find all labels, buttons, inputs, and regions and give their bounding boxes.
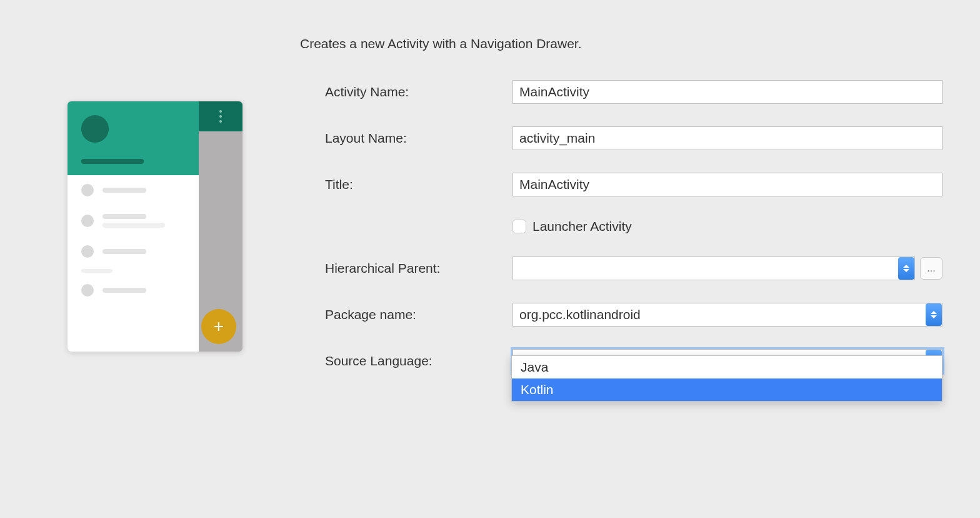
package-name-value: org.pcc.kotlinandroid xyxy=(519,307,641,322)
package-name-combo[interactable]: org.pcc.kotlinandroid xyxy=(512,303,942,327)
launcher-activity-label: Launcher Activity xyxy=(532,219,632,234)
preview-drawer-header xyxy=(68,101,199,175)
source-language-option-java[interactable]: Java xyxy=(512,356,942,378)
dropdown-stepper-icon xyxy=(898,257,914,280)
layout-name-label: Layout Name: xyxy=(325,131,512,146)
hierarchical-parent-label: Hierarchical Parent: xyxy=(325,261,512,276)
hierarchical-parent-combo[interactable] xyxy=(512,256,915,280)
package-name-label: Package name: xyxy=(325,307,512,322)
source-language-dropdown: Java Kotlin xyxy=(511,355,942,402)
preview-separator xyxy=(81,269,112,273)
wizard-description: Creates a new Activity with a Navigation… xyxy=(300,36,582,51)
dropdown-stepper-icon xyxy=(926,303,942,326)
launcher-activity-checkbox[interactable] xyxy=(512,220,526,233)
preview-name-placeholder xyxy=(81,159,144,164)
list-item xyxy=(68,205,199,236)
preview-appbar xyxy=(199,101,242,131)
fab-icon: + xyxy=(201,309,236,344)
list-item xyxy=(68,236,199,267)
avatar-icon xyxy=(81,115,109,143)
preview-drawer xyxy=(68,101,199,352)
browse-button[interactable]: ... xyxy=(920,257,942,280)
title-field[interactable] xyxy=(512,173,942,196)
list-item xyxy=(68,275,199,305)
layout-name-field[interactable] xyxy=(512,126,942,150)
activity-name-field[interactable] xyxy=(512,80,942,104)
template-preview: + xyxy=(68,101,242,352)
title-label: Title: xyxy=(325,177,512,192)
list-item xyxy=(68,175,199,205)
activity-name-label: Activity Name: xyxy=(325,84,512,99)
overflow-icon xyxy=(219,110,222,123)
wizard-form: Activity Name: Layout Name: Title: Launc… xyxy=(325,80,942,395)
source-language-label: Source Language: xyxy=(325,353,512,368)
source-language-option-kotlin[interactable]: Kotlin xyxy=(512,378,942,401)
